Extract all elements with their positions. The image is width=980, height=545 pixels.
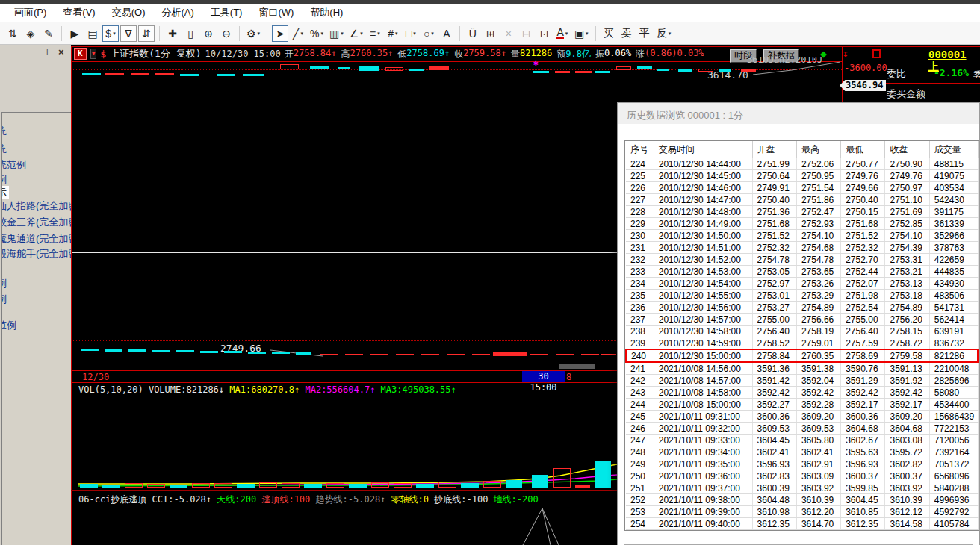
sort-icon[interactable]: ⇵ [138,25,155,42]
sidebar-item[interactable]: 股海舵手(完全加密 [1,247,71,261]
angle-tool[interactable]: ∠▾ [347,25,365,42]
history-row[interactable]: 2442021/10/08 15:00:003592.273592.283592… [626,399,978,411]
history-row[interactable]: 2372010/12/30 14:57:002755.002756.662755… [626,314,978,326]
menu-item[interactable]: 查看(V) [55,4,103,22]
text-tool[interactable]: A [438,25,455,42]
rect-tool[interactable]: □▾ [403,25,419,42]
history-row[interactable]: 2412021/10/08 14:56:003591.363591.383590… [626,362,978,375]
play-icon[interactable]: ▶ [66,25,83,42]
ruler-icon[interactable]: ▯ [182,25,199,42]
zoom-out-icon[interactable]: ⊖ [218,25,235,42]
line-tool[interactable]: ╱▾ [290,25,306,42]
sidebar-item[interactable]: 魔鬼通道(完全加密 [1,232,71,246]
sidebar-item[interactable]: 范例 [1,319,16,332]
dropdown-caret[interactable]: ▾ [669,31,672,37]
dropdown-caret[interactable]: ▾ [413,31,416,37]
column-header[interactable]: 序号 [626,141,654,158]
column-header[interactable]: 收盘 [885,141,929,158]
sidebar-item[interactable]: 例 [1,293,7,306]
history-row[interactable]: 2382010/12/30 14:58:002756.402758.192756… [626,326,978,337]
sidebar-item[interactable]: 统范例 [1,158,26,172]
dropdown-caret[interactable]: ▾ [360,31,363,37]
history-row[interactable]: 2492021/10/11 09:35:003596.933602.913596… [626,458,978,470]
sidebar-item[interactable]: 统 [1,143,7,156]
sidebar-item[interactable]: 例 [1,277,7,290]
menu-item[interactable]: 帮助(H) [302,4,351,22]
column-header[interactable]: 开盘 [752,141,796,158]
dropdown-caret[interactable]: ▾ [113,31,116,37]
history-row[interactable]: 2332010/12/30 14:53:002753.052753.652752… [626,266,978,278]
dropdown-caret[interactable]: ▾ [341,31,344,37]
column-header[interactable]: 成交量 [929,141,978,158]
history-row[interactable]: 2292010/12/30 14:49:002751.682752.932751… [626,218,978,230]
menu-item[interactable]: 画面(P) [6,4,55,22]
zoom-in-icon[interactable]: ⊕ [200,25,217,42]
percent-tool[interactable]: %▾ [308,25,326,42]
hash-tool[interactable]: #▾ [385,25,401,42]
history-data-window[interactable]: 历史数据浏览 000001 : 1分 序号交易时间开盘最高最低收盘成交量 224… [617,102,980,545]
dropdown-caret[interactable]: ▾ [377,31,380,37]
sidebar-item[interactable]: 统 [1,125,7,138]
history-row[interactable]: 2362010/12/30 14:56:002753.272754.892752… [626,302,978,314]
dropdown-caret[interactable]: ▾ [431,31,434,37]
sell-button[interactable]: 卖 [618,25,635,42]
dropdown-caret[interactable]: ▾ [321,31,324,37]
dropdown-caret[interactable]: ▾ [586,31,589,37]
lines-tool[interactable]: ≡▾ [367,25,383,42]
circle-tool[interactable]: ○▾ [421,25,437,42]
history-row[interactable]: 2272010/12/30 14:47:002750.402751.862750… [626,194,978,206]
history-row[interactable]: 2432021/10/08 14:58:003592.423592.423592… [626,387,978,399]
save-tool[interactable]: ▣▾ [572,25,591,42]
history-row[interactable]: 2392010/12/30 14:59:002758.522759.012757… [626,337,978,350]
buy-button[interactable]: 买 [601,25,617,42]
history-row[interactable]: 2462021/10/11 09:32:003609.533609.533604… [626,423,978,435]
alert-icon[interactable]: ◈ [22,25,39,42]
kline-dropdown-caret[interactable]: ▼ [90,49,97,59]
pin-icon[interactable]: ⊥ [43,47,51,57]
history-row[interactable]: 2402010/12/30 15:00:002758.842760.352758… [626,349,978,362]
history-row[interactable]: 2322010/12/30 14:52:002754.782754.782752… [626,254,978,266]
dropdown-caret[interactable]: ▾ [395,31,398,37]
column-header[interactable]: 最低 [841,141,885,158]
indicator-icon[interactable]: ⇅ [4,25,21,42]
history-row[interactable]: 2312010/12/30 14:51:002752.322754.682752… [626,242,978,254]
lock-tool[interactable]: ⊡ [536,25,553,42]
menu-item[interactable]: 分析(A) [153,4,202,22]
move-icon[interactable]: ✚ [164,25,181,42]
mini-scrollbar[interactable] [559,364,595,369]
dropdown-caret[interactable]: ▾ [301,31,304,37]
history-row[interactable]: 2522021/10/11 09:38:003604.483610.393604… [626,494,978,506]
sidebar-item[interactable]: 仙人指路(完全加密 [1,199,71,213]
history-row[interactable]: 2452021/10/11 09:31:003600.363609.203600… [626,411,978,423]
report-icon[interactable]: ▤ [84,25,101,42]
sidebar-item[interactable]: 校金三斧(完全加密 [1,216,71,229]
history-row[interactable]: 2262010/12/30 14:46:002749.912751.542749… [626,182,978,194]
filter-icon[interactable]: ∇ [120,25,137,42]
download-arrow-icon[interactable]: ↧ [843,48,849,59]
menu-item[interactable]: 交易(O) [104,4,154,22]
close-position-button[interactable]: 平 [636,25,653,42]
history-row[interactable]: 2502021/10/11 09:36:003602.833603.093600… [626,470,978,482]
sidebar-item[interactable]: 示 [1,186,9,199]
history-row[interactable]: 2342010/12/30 14:54:002752.972753.262752… [626,278,978,290]
column-header[interactable]: 交易时间 [654,141,752,158]
history-row[interactable]: 2302010/12/30 14:50:002751.522754.102751… [626,230,978,242]
close-icon[interactable]: × [58,46,64,57]
grid-tool[interactable]: ▥▾ [327,25,346,42]
clipboard-tool[interactable]: ⊞ [483,25,499,42]
magnet-tool[interactable]: Ü [465,25,481,42]
history-row[interactable]: 2512021/10/11 09:37:003600.393603.923599… [626,482,978,494]
menu-item[interactable]: 工具(T) [202,4,251,22]
cursor-tool[interactable]: ➤ [272,25,288,42]
history-row[interactable]: 2252010/12/30 14:45:002750.642750.952749… [626,170,978,182]
font-color-tool[interactable]: A▾ [554,25,571,42]
window-mode-icon[interactable] [872,49,881,58]
reverse-button[interactable]: 反▾ [654,25,674,42]
dropdown-caret[interactable]: ▾ [565,31,568,37]
kline-mode-button[interactable]: K [74,48,87,60]
history-row[interactable]: 2242010/12/30 14:44:002751.992752.062750… [626,158,978,170]
sidebar-item[interactable]: 例 [1,173,7,187]
history-row[interactable]: 2532021/10/11 09:39:003610.983612.203610… [626,506,978,518]
history-row[interactable]: 2352010/12/30 14:55:002753.012753.292751… [626,290,978,302]
price-mode-icon[interactable]: $ [100,49,106,60]
